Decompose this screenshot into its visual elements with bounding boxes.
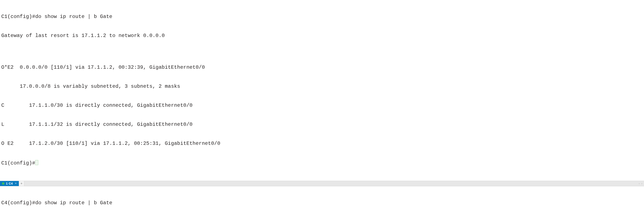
add-tab-button[interactable]: + (19, 181, 24, 186)
terminal-output-top[interactable]: C1(config)#do show ip route | b Gate Gat… (0, 0, 644, 181)
tabbar-spacer (24, 181, 637, 186)
terminal-pane-bottom[interactable]: C4(config)#do show ip route | b Gate Gat… (0, 186, 644, 211)
terminal-pane-top[interactable]: C1(config)#do show ip route | b Gate Gat… (0, 0, 644, 181)
terminal-line: C 17.1.1.0/30 is directly connected, Gig… (1, 102, 643, 109)
chevron-left-icon[interactable]: ‹ (639, 182, 640, 185)
tab-status-dot-icon (2, 182, 4, 184)
terminal-line: O E2 17.1.2.0/30 [110/1] via 17.1.1.2, 0… (1, 140, 643, 147)
terminal-prompt-line[interactable]: C1(config)# (1, 159, 643, 166)
terminal-line: O*E2 0.0.0.0/0 [110/1] via 17.1.1.2, 00:… (1, 64, 643, 71)
terminal-line: C4(config)#do show ip route | b Gate (1, 200, 643, 206)
terminal-output-bottom[interactable]: C4(config)#do show ip route | b Gate Gat… (0, 186, 644, 211)
tabbar-right-controls: ‹ › (637, 181, 644, 186)
close-icon[interactable]: × (14, 182, 17, 185)
tab-active-c4[interactable]: 1 C4 × (0, 181, 19, 186)
plus-icon: + (20, 181, 22, 186)
tab-label: 1 C4 (6, 182, 13, 186)
terminal-line: C1(config)#do show ip route | b Gate (1, 14, 643, 20)
terminal-prompt: C1(config)# (1, 160, 35, 166)
terminal-line: Gateway of last resort is 17.1.1.2 to ne… (1, 33, 643, 39)
terminal-cursor (35, 160, 38, 165)
tab-bar: 1 C4 × + ‹ › (0, 181, 644, 186)
chevron-right-icon[interactable]: › (642, 182, 642, 185)
terminal-line: 17.0.0.0/8 is variably subnetted, 3 subn… (1, 83, 643, 90)
terminal-line: L 17.1.1.1/32 is directly connected, Gig… (1, 121, 643, 128)
